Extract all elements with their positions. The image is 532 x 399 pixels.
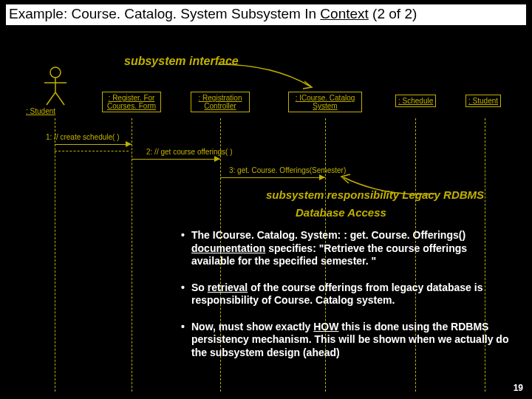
message-2-arrowhead bbox=[214, 156, 220, 162]
svg-line-4 bbox=[55, 92, 64, 105]
schedule-label: : Schedule bbox=[398, 97, 433, 105]
lifeline-actor bbox=[55, 118, 55, 392]
title-context: Context bbox=[320, 6, 368, 21]
bullet-2-pre: So bbox=[191, 282, 208, 293]
message-2-line bbox=[132, 159, 220, 160]
student-box: : Student bbox=[466, 95, 501, 107]
bullet-3: Now, must show exactly HOW this is done … bbox=[181, 321, 510, 360]
student-actor-label: : Student bbox=[26, 107, 55, 115]
message-3-arrowhead bbox=[319, 174, 325, 180]
bullet-list: The ICourse. Catalog. System: : get. Cou… bbox=[181, 229, 510, 372]
svg-line-3 bbox=[47, 92, 55, 105]
message-3-line bbox=[220, 177, 325, 178]
responsibility-line-2: Database Access bbox=[296, 206, 386, 219]
message-3-label: 3: get. Course. Offerings(Semester) bbox=[229, 166, 346, 174]
registration-controller-label: : RegistrationController bbox=[199, 94, 242, 110]
page-number: 19 bbox=[514, 383, 523, 393]
subsystem-interface-arrow bbox=[214, 61, 325, 90]
icourse-catalog-box: : ICourse. CatalogSystem bbox=[288, 92, 362, 112]
message-1-line bbox=[55, 144, 132, 145]
message-2-label: 2: // get course offerings( ) bbox=[146, 148, 233, 156]
bullet-3-pre: Now, must show exactly bbox=[191, 321, 313, 332]
svg-point-0 bbox=[50, 67, 61, 78]
registration-controller-box: : RegistrationController bbox=[191, 92, 250, 112]
message-1-label: 1: // create schedule( ) bbox=[46, 133, 120, 141]
student-box-label: : Student bbox=[468, 97, 498, 105]
slide-title: Example: Course. Catalog. System Subsyst… bbox=[6, 4, 526, 25]
register-form-box: : Register. ForCourses. Form bbox=[102, 92, 161, 112]
schedule-box: : Schedule bbox=[395, 95, 436, 107]
register-form-label: : Register. ForCourses. Form bbox=[107, 94, 156, 110]
message-1-return bbox=[55, 151, 129, 151]
icourse-catalog-label: : ICourse. CatalogSystem bbox=[296, 94, 355, 110]
title-suffix: (2 of 2) bbox=[369, 6, 417, 21]
bullet-2-uword: retrieval bbox=[208, 282, 248, 293]
student-actor-icon bbox=[41, 66, 70, 103]
bullet-1-pre: The ICourse. Catalog. System: : get. Cou… bbox=[191, 229, 466, 241]
message-1-arrowhead bbox=[126, 141, 132, 147]
bullet-3-uword: HOW bbox=[313, 321, 338, 332]
bullet-1-uword: documentation bbox=[191, 242, 265, 254]
title-prefix: Example: Course. Catalog. System Subsyst… bbox=[9, 6, 320, 21]
bullet-2: So retrieval of the course offerings fro… bbox=[181, 282, 510, 307]
bullet-1: The ICourse. Catalog. System: : get. Cou… bbox=[181, 229, 510, 268]
responsibility-line-1: subsystem responsibility Legacy RDBMS bbox=[266, 188, 484, 201]
